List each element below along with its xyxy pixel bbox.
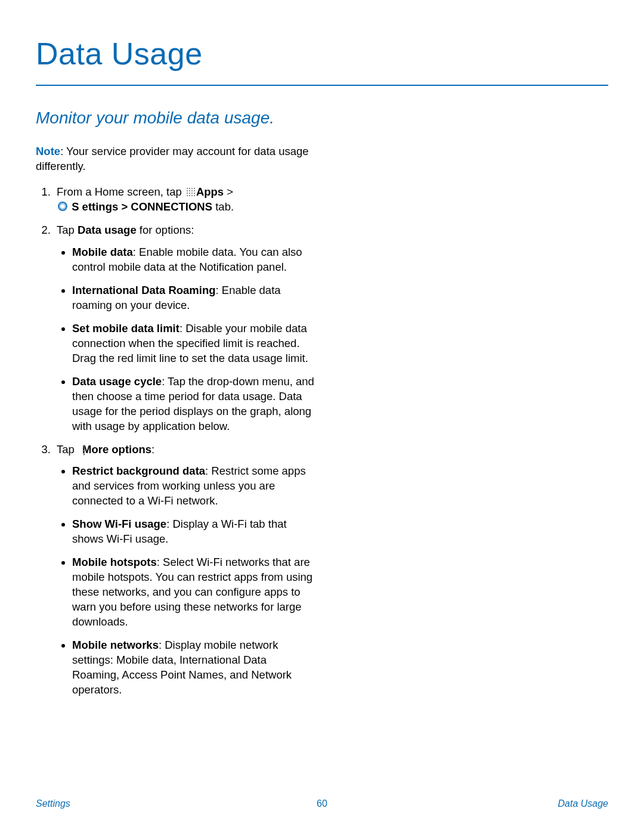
label-restrict-bg: Restrict background data [72, 465, 205, 477]
footer-right: Data Usage [558, 798, 609, 809]
step3-post: : [151, 443, 154, 456]
apps-icon [186, 187, 195, 196]
settings-icon [58, 202, 67, 211]
bullet-usage-cycle: Data usage cycle: Tap the drop-down menu… [72, 374, 316, 434]
bullet-intl-roaming: International Data Roaming: Enable data … [72, 283, 316, 313]
body-column: Note: Your service provider may account … [36, 144, 316, 698]
step2-post: for options: [137, 224, 194, 236]
label-usage-cycle: Data usage cycle [72, 375, 162, 388]
bullet-show-wifi: Show Wi-Fi usage: Display a Wi-Fi tab th… [72, 517, 316, 547]
step1-pre: From a Home screen, tap [57, 185, 185, 198]
title-rule [36, 85, 608, 86]
note-line: Note: Your service provider may account … [36, 144, 316, 174]
note-text: : Your service provider may account for … [36, 145, 309, 172]
step1-gt1: > [224, 185, 233, 198]
step1-settings: S ettings [72, 200, 118, 213]
steps-list: From a Home screen, tap Apps > S ettings… [36, 185, 316, 698]
step-1: From a Home screen, tap Apps > S ettings… [54, 185, 316, 215]
label-data-limit: Set mobile data limit [72, 322, 179, 335]
label-show-wifi: Show Wi-Fi usage [72, 518, 166, 530]
note-label: Note [36, 145, 60, 157]
label-mobile-networks: Mobile networks [72, 639, 159, 651]
step1-apps: Apps [196, 185, 224, 198]
label-hotspots: Mobile hotspots [72, 556, 157, 568]
step-3: Tap More options: Restrict background da… [54, 442, 316, 698]
bullet-hotspots: Mobile hotspots: Select Wi-Fi networks t… [72, 555, 316, 630]
bullet-data-limit: Set mobile data limit: Disable your mobi… [72, 321, 316, 366]
page-footer: Settings 60 Data Usage [36, 798, 608, 809]
step3-more: More options [82, 443, 151, 456]
footer-page-number: 60 [317, 798, 327, 809]
label-intl-roaming: International Data Roaming [72, 284, 216, 296]
page-subtitle: Monitor your mobile data usage. [36, 109, 608, 128]
step2-bullets: Mobile data: Enable mobile data. You can… [57, 245, 316, 434]
footer-left: Settings [36, 798, 70, 809]
more-icon [79, 443, 81, 453]
bullet-mobile-data: Mobile data: Enable mobile data. You can… [72, 245, 316, 275]
bullet-mobile-networks: Mobile networks: Display mobile network … [72, 638, 316, 698]
label-mobile-data: Mobile data [72, 246, 133, 258]
step1-connections: CONNECTIONS [131, 200, 212, 213]
step-2: Tap Data usage for options: Mobile data:… [54, 223, 316, 434]
step1-gt2: > [118, 200, 131, 213]
step3-pre: Tap [57, 443, 78, 456]
step3-bullets: Restrict background data: Restrict some … [57, 464, 316, 698]
page-title: Data Usage [36, 36, 608, 72]
step2-pre: Tap [57, 224, 78, 236]
step2-datausage: Data usage [78, 224, 137, 236]
step1-tab: tab. [212, 200, 234, 213]
bullet-restrict-bg: Restrict background data: Restrict some … [72, 464, 316, 509]
